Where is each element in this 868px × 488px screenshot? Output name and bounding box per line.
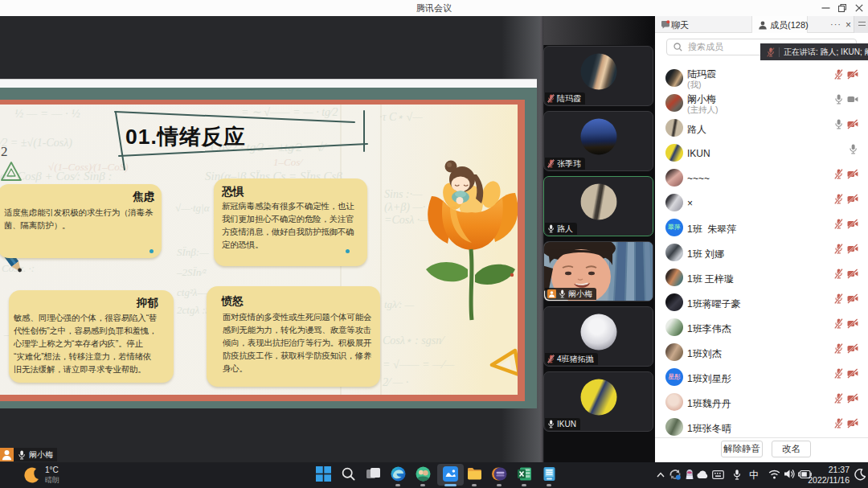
svg-text:·τ C⋆ √—: ·τ C⋆ √— bbox=[379, 111, 423, 123]
svg-text:√—·tg|α: √—·tg|α bbox=[175, 202, 211, 214]
svg-text:=Cosλ ·—: =Cosλ ·— bbox=[384, 214, 430, 226]
svg-text:2: 2 bbox=[1, 144, 8, 159]
svg-text:(λ+β) —·: (λ+β) —· bbox=[384, 201, 425, 214]
svg-text:√(1–Cosѕ)⁄(1–CoS): √(1–Cosѕ)⁄(1–CoS) bbox=[48, 161, 129, 173]
svg-text:½ — = — · ½: ½ — = — · ½ bbox=[14, 107, 80, 120]
svg-text:Cosλ⋆ : ѕgѕn⁄: Cosλ⋆ : ѕgѕn⁄ bbox=[383, 334, 445, 347]
svg-text:= √—— = —⁄—: = √—— = —⁄— bbox=[383, 359, 455, 371]
svg-text:tgλ⁄: —: tgλ⁄: — bbox=[384, 298, 414, 310]
svg-text:⁄2 = ±√(1-Cosλ): ⁄2 = ±√(1-Cosλ) bbox=[0, 137, 72, 150]
svg-text:2⁄ — ·: 2⁄ — · bbox=[383, 376, 408, 388]
svg-text:= ∼ √—— = — · tg⁄2: = ∼ √—— = — · tg⁄2 bbox=[241, 106, 338, 118]
svg-text:SЇnβ:—: SЇnβ:— bbox=[177, 246, 209, 258]
svg-text:1–Coѕ⁄: 1–Coѕ⁄ bbox=[273, 156, 304, 168]
svg-text:–2SЇn⁄²: –2SЇn⁄² bbox=[176, 266, 207, 278]
svg-text:Sinѕ :·—: Sinѕ :·— bbox=[384, 188, 423, 200]
